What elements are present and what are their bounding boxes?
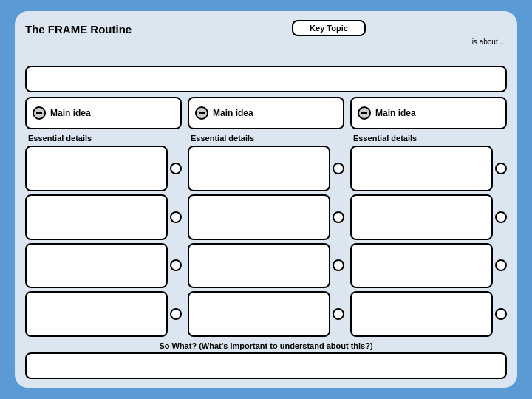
detail-cell-1-3 [350, 146, 507, 191]
detail-box-4-3[interactable] [350, 291, 493, 337]
detail-box-2-3[interactable] [350, 194, 493, 240]
detail-cell-2-3 [350, 194, 507, 240]
detail-box-1-2[interactable] [188, 146, 330, 191]
details-header-3: Essential details [350, 134, 507, 143]
detail-cell-3-3 [350, 243, 507, 289]
detail-box-2-1[interactable] [25, 194, 168, 240]
detail-cell-4-1 [25, 291, 182, 337]
main-ideas-row: Main idea Main idea Main idea [25, 97, 507, 129]
details-header-1: Essential details [25, 134, 182, 143]
detail-row-3 [25, 243, 507, 289]
detail-row-2 [25, 194, 507, 240]
detail-row-4 [25, 291, 507, 337]
header-row: The FRAME Routine Key Topic is about... [25, 20, 507, 61]
detail-circle-3-3 [495, 259, 507, 271]
detail-circle-4-2 [332, 308, 344, 320]
main-idea-box-2[interactable]: Main idea [188, 97, 344, 129]
detail-box-4-1[interactable] [25, 291, 168, 337]
details-section: Essential details Essential details Esse… [25, 134, 507, 337]
detail-cell-3-2 [188, 243, 344, 289]
detail-box-2-2[interactable] [188, 194, 330, 240]
main-idea-label-3: Main idea [375, 108, 416, 118]
main-idea-label-1: Main idea [50, 108, 91, 118]
main-idea-icon-2 [195, 106, 208, 120]
so-what-box[interactable] [25, 352, 507, 379]
detail-box-3-2[interactable] [188, 243, 330, 289]
so-what-label: So What? (What's important to understand… [25, 341, 507, 350]
detail-cell-4-2 [188, 291, 344, 337]
detail-row-1 [25, 146, 507, 191]
detail-cell-2-1 [25, 194, 182, 240]
detail-cell-4-3 [350, 291, 507, 337]
detail-box-4-2[interactable] [188, 291, 330, 337]
is-about-label: is about... [472, 38, 507, 46]
detail-circle-1-2 [332, 163, 344, 174]
detail-box-1-1[interactable] [25, 146, 168, 191]
main-idea-icon-3 [358, 106, 371, 120]
detail-circle-4-1 [170, 308, 182, 320]
details-rows [25, 146, 507, 337]
detail-box-3-1[interactable] [25, 243, 168, 289]
frame-container: The FRAME Routine Key Topic is about... … [15, 11, 517, 388]
so-what-section: So What? (What's important to understand… [25, 341, 507, 379]
detail-box-1-3[interactable] [350, 146, 493, 191]
key-topic-block: Key Topic is about... [151, 20, 507, 46]
detail-box-3-3[interactable] [350, 243, 493, 289]
key-topic-box[interactable]: Key Topic [292, 20, 366, 36]
detail-cell-1-1 [25, 146, 182, 191]
detail-cell-3-1 [25, 243, 182, 289]
detail-circle-1-3 [495, 163, 507, 174]
detail-circle-2-2 [332, 211, 344, 223]
details-header-row: Essential details Essential details Esse… [25, 134, 507, 143]
detail-circle-3-1 [170, 259, 182, 271]
detail-circle-1-1 [170, 163, 182, 174]
main-idea-icon-1 [33, 106, 46, 120]
main-idea-label-2: Main idea [213, 108, 253, 118]
detail-circle-2-3 [495, 211, 507, 223]
frame-title: The FRAME Routine [25, 20, 143, 35]
detail-cell-2-2 [188, 194, 344, 240]
detail-cell-1-2 [188, 146, 344, 191]
topic-description-box[interactable] [25, 66, 507, 92]
details-header-2: Essential details [188, 134, 344, 143]
detail-circle-2-1 [170, 211, 182, 223]
detail-circle-3-2 [332, 259, 344, 271]
main-idea-box-3[interactable]: Main idea [350, 97, 507, 129]
main-idea-box-1[interactable]: Main idea [25, 97, 182, 129]
detail-circle-4-3 [495, 308, 507, 320]
